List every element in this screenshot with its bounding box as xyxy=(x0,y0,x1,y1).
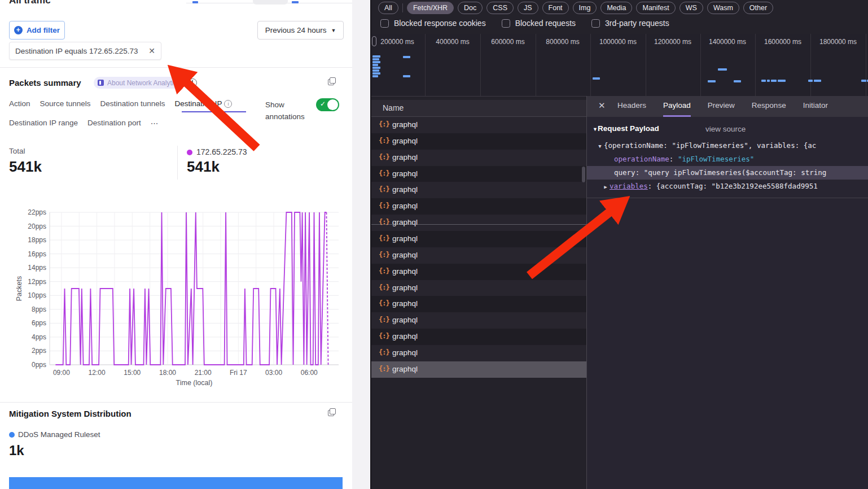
close-icon[interactable]: ✕ xyxy=(598,101,606,111)
collapse-caret-icon[interactable]: ▼ xyxy=(596,139,604,152)
payload-bottom-border xyxy=(587,198,868,198)
detail-tab-payload[interactable]: Payload xyxy=(663,96,691,117)
request-name: graphql xyxy=(392,332,418,340)
view-source-link[interactable]: view source xyxy=(705,125,746,133)
detail-tab-response[interactable]: Response xyxy=(752,96,786,117)
mitigation-legend-dot xyxy=(9,432,15,438)
request-row[interactable]: {:}graphql xyxy=(371,198,586,215)
packets-tab-action[interactable]: Action xyxy=(9,99,30,108)
request-timing-bar xyxy=(761,80,766,82)
network-filter-tab-doc[interactable]: Doc xyxy=(458,2,483,14)
network-overview-timeline[interactable]: 200000 ms400000 ms600000 ms800000 ms1000… xyxy=(371,34,868,97)
remove-filter-icon[interactable]: ✕ xyxy=(143,46,161,55)
json-key: operationName xyxy=(614,155,669,163)
request-name: graphql xyxy=(392,120,418,129)
add-filter-button[interactable]: + Add filter xyxy=(9,21,65,40)
payload-root-text: {operationName: "ipFlowTimeseries", vari… xyxy=(604,141,816,150)
name-column-header[interactable]: Name xyxy=(383,103,404,112)
packets-tab-destination-ip-range[interactable]: Destination IP range xyxy=(9,119,78,128)
network-filter-tab-font[interactable]: Font xyxy=(542,2,569,14)
network-filter-tab-media[interactable]: Media xyxy=(600,2,632,14)
panel-gutter xyxy=(352,0,370,489)
request-row[interactable]: {:}graphql xyxy=(371,264,586,280)
packets-tab-destination-tunnels[interactable]: Destination tunnels xyxy=(100,99,165,108)
request-name: graphql xyxy=(392,202,418,210)
checkbox-box[interactable] xyxy=(502,19,510,28)
payload-variables-line[interactable]: ▶variables: {accountTag: "b12e3b2192ee55… xyxy=(602,180,868,193)
timeline-gridline xyxy=(425,34,426,96)
request-filter-checkboxes: Blocked response cookiesBlocked requests… xyxy=(380,19,669,28)
checkbox-blocked-requests[interactable]: Blocked requests xyxy=(502,19,576,28)
request-row[interactable]: {:}graphql xyxy=(371,280,586,296)
request-row[interactable]: {:}graphql xyxy=(371,361,586,378)
request-row[interactable]: {:}graphql xyxy=(371,215,586,231)
json-request-icon: {:} xyxy=(379,153,389,161)
mitigation-value: 1k xyxy=(9,443,24,459)
network-filter-tab-js[interactable]: JS xyxy=(518,2,538,14)
timeline-tick-label: 1800000 ms xyxy=(819,38,857,46)
network-filter-tab-ws[interactable]: WS xyxy=(680,2,703,14)
about-network-analytics-badge[interactable]: About Network Analytics xyxy=(94,77,186,89)
network-filter-tab-wasm[interactable]: Wasm xyxy=(707,2,739,14)
request-row[interactable]: {:}graphql xyxy=(371,312,586,329)
checkbox-blocked-response-cookies[interactable]: Blocked response cookies xyxy=(380,19,486,28)
json-request-icon: {:} xyxy=(379,365,389,373)
request-row[interactable]: {:}graphql xyxy=(371,247,586,264)
series-legend-dot xyxy=(187,150,192,155)
timeline-gridline xyxy=(866,34,866,96)
timeline-tick-label: 800000 ms xyxy=(546,38,579,46)
scrollbar-thumb[interactable] xyxy=(582,167,585,182)
network-filter-tab-fetch-xhr[interactable]: Fetch/XHR xyxy=(407,2,454,14)
request-row[interactable]: {:}graphql xyxy=(371,329,586,345)
timeline-tick-label: 1400000 ms xyxy=(709,38,746,46)
request-row[interactable]: {:}graphql xyxy=(371,117,586,133)
network-filter-tab-css[interactable]: CSS xyxy=(486,2,514,14)
payload-root-line[interactable]: ▼{operationName: "ipFlowTimeseries", var… xyxy=(596,139,868,152)
request-timing-bar xyxy=(372,69,379,72)
network-filter-tab-all[interactable]: All xyxy=(378,2,398,14)
packets-tab-destination-port[interactable]: Destination port xyxy=(87,119,141,128)
annotations-toggle[interactable]: ✓ xyxy=(316,98,339,111)
json-request-icon: {:} xyxy=(379,332,389,340)
time-range-label: Previous 24 hours xyxy=(265,26,327,34)
filter-chip[interactable]: Destination IP equals 172.65.225.73 ✕ xyxy=(9,42,161,60)
network-filter-tab-img[interactable]: Img xyxy=(573,2,597,14)
request-row[interactable]: {:}graphql xyxy=(371,182,586,198)
detail-tab-preview[interactable]: Preview xyxy=(708,96,735,117)
expand-card-icon[interactable] xyxy=(328,408,336,416)
svg-text:2pps: 2pps xyxy=(32,347,46,355)
packets-tab-source-tunnels[interactable]: Source tunnels xyxy=(40,99,91,108)
checkbox-box[interactable] xyxy=(591,19,600,28)
request-row[interactable]: {:}graphql xyxy=(371,231,586,247)
json-request-icon: {:} xyxy=(379,348,389,356)
checkbox-box[interactable] xyxy=(380,19,389,28)
time-range-dropdown[interactable]: Previous 24 hours ▼ xyxy=(257,21,344,40)
expand-caret-icon[interactable]: ▶ xyxy=(602,180,610,193)
network-filter-tab-manifest[interactable]: Manifest xyxy=(636,2,675,14)
network-filter-tab-other[interactable]: Other xyxy=(743,2,773,14)
expand-card-icon[interactable] xyxy=(328,77,336,85)
clipped-blue-icon xyxy=(192,1,198,3)
timeline-tick-label: 1600000 ms xyxy=(764,38,801,46)
request-row[interactable]: {:}graphql xyxy=(371,133,586,150)
packets-tab-destination-ip[interactable]: Destination IPi xyxy=(174,99,232,108)
request-row[interactable]: {:}graphql xyxy=(371,345,586,361)
checkbox-3rd-party-requests[interactable]: 3rd-party requests xyxy=(591,19,669,28)
timeline-drag-handle[interactable] xyxy=(372,36,376,46)
detail-tab-headers[interactable]: Headers xyxy=(617,96,646,117)
request-row[interactable]: {:}graphql xyxy=(371,150,586,166)
svg-text:20pps: 20pps xyxy=(28,222,46,230)
clock-icon xyxy=(188,78,197,87)
payload-query-line[interactable]: query: "query ipFlowTimeseries($accountT… xyxy=(614,166,868,180)
request-table-header[interactable]: Name xyxy=(371,100,586,117)
request-timing-bar xyxy=(403,56,410,58)
request-row[interactable]: {:}graphql xyxy=(371,166,586,182)
detail-tab-initiator[interactable]: Initiator xyxy=(803,96,828,117)
timeline-gridline xyxy=(700,34,701,96)
packets-tab-[interactable]: ⋯ xyxy=(151,119,159,128)
payload-variables-text: : {accountTag: "b12e3b2192ee5588fdad9951 xyxy=(648,182,818,190)
packets-line-chart: 0pps2pps4pps6pps8pps10pps12pps14pps16pps… xyxy=(14,207,344,387)
request-row[interactable]: {:}graphql xyxy=(371,296,586,312)
payload-operation-line[interactable]: operationName: "ipFlowTimeseries" xyxy=(614,152,868,166)
request-payload-section[interactable]: ▼Request Payload xyxy=(593,124,659,133)
